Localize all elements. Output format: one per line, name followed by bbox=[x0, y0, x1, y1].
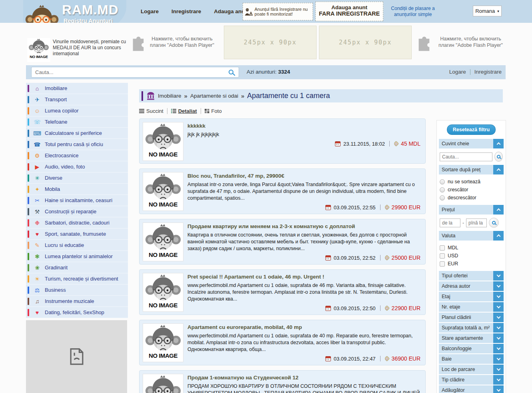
add-without-registration-button[interactable]: Adauga anunt FARA INREGISTRARE bbox=[315, 2, 383, 21]
chevron-down-icon[interactable] bbox=[493, 344, 504, 353]
sidebar-item-imobiliare[interactable]: ⌂ Imobiliare bbox=[26, 83, 128, 94]
flash-plugin-text-right[interactable]: Нажмите, чтобы включить плагин "Adobe Fl… bbox=[436, 36, 506, 48]
filter-section-stare-apartamente[interactable]: Stare apartamente bbox=[439, 333, 504, 343]
sidebar-item-dating-felicitari-sexshop[interactable]: ♥ Dating, felicitări, SexShop bbox=[26, 307, 128, 318]
checkbox-icon[interactable] bbox=[440, 261, 445, 267]
search-input[interactable] bbox=[31, 67, 239, 78]
listing-card[interactable]: NO IMAGE Продам 1-комнатную на Студенчес… bbox=[139, 370, 426, 393]
sidebar-item-mobila[interactable]: ✦ Mobila bbox=[26, 184, 128, 195]
register-link[interactable]: Inregistrare bbox=[474, 69, 502, 75]
promo-thumbnail[interactable]: NO IMAGE bbox=[27, 38, 50, 62]
currency-option-eur[interactable]: EUR bbox=[440, 260, 503, 268]
checkbox-icon[interactable] bbox=[440, 245, 445, 251]
radio-button-icon[interactable] bbox=[440, 179, 445, 184]
radio-button-icon[interactable] bbox=[440, 195, 445, 201]
sidebar-item-transport[interactable]: ✈ Transport bbox=[26, 94, 128, 105]
listing-card[interactable]: NO IMAGE Pret special !! Apartament cu 1… bbox=[139, 269, 426, 315]
language-selector[interactable]: Romana ▾ bbox=[473, 6, 502, 16]
filter-section-etaj[interactable]: Etaj bbox=[439, 292, 504, 301]
sidebar-item-calculatoare-si-periferice[interactable]: ⌨ Calculatoare si periferice bbox=[26, 128, 128, 139]
breadcrumb-link-apartamente[interactable]: Apartamente si odai bbox=[190, 93, 238, 99]
chevron-down-icon[interactable] bbox=[493, 313, 504, 322]
filter-section-sortare[interactable]: Sortare după preț bbox=[439, 165, 504, 174]
listing-title[interactable]: kkkkkk bbox=[187, 123, 421, 129]
promo-ad-text[interactable]: Vinurile moldovenești, premiate cu MEDAL… bbox=[53, 39, 129, 57]
sort-option-nu-se-sorteaza[interactable]: nu se sortează bbox=[440, 178, 503, 186]
plugin-puzzle-icon[interactable] bbox=[129, 36, 146, 52]
radio-button-icon[interactable] bbox=[440, 187, 445, 192]
currency-option-usd[interactable]: USD bbox=[440, 252, 503, 260]
filter-section-loc-de-parcare[interactable]: Loc de parcare bbox=[439, 365, 504, 374]
breadcrumb-link-imobiliare[interactable]: Imobiliare bbox=[158, 93, 181, 99]
sidebar-item-electrocasnice[interactable]: ⚙ Electrocasnice bbox=[26, 150, 128, 161]
filter-section-adresa-autor[interactable]: Adresa autor bbox=[439, 281, 504, 291]
sidebar-item-lucru-si-educatie[interactable]: ✎ Lucru si educatie bbox=[26, 240, 128, 251]
listing-title[interactable]: Продам 1-комнатную на Студенческой 12 bbox=[187, 375, 421, 381]
sidebar-item-sarbatori-distractie-cadouri[interactable]: ❉ Sarbatori, distractie, cadouri bbox=[26, 217, 128, 229]
sidebar-item-lumea-plantelor-si-animalelor[interactable]: ❃ Lumea plantelor si animalelor bbox=[26, 251, 128, 262]
chevron-down-icon[interactable] bbox=[493, 323, 504, 333]
filter-section-planul-cladirii[interactable]: Planul clădirii bbox=[439, 313, 504, 322]
filter-section-pretul[interactable]: Prețul bbox=[439, 205, 504, 215]
listing-thumbnail[interactable]: NO IMAGE bbox=[143, 122, 183, 161]
listing-title[interactable]: Pret special !! Apartament cu 1 odaie, 4… bbox=[187, 274, 421, 280]
reset-filter-button[interactable]: Resetează filtru bbox=[447, 124, 496, 135]
sidebar-item-telefoane[interactable]: ☏ Telefoane bbox=[26, 116, 128, 128]
listing-card[interactable]: NO IMAGE kkkkkk jkjk jk jkjkjkjkjk 23.11… bbox=[139, 118, 426, 164]
sidebar-item-business[interactable]: ⚖ Business bbox=[26, 285, 128, 296]
tab-foto[interactable]: Foto bbox=[205, 108, 222, 114]
filter-section-cuvint-cheie[interactable]: Cuvint cheie bbox=[439, 139, 504, 148]
chevron-down-icon[interactable] bbox=[493, 333, 504, 343]
listing-card[interactable]: NO IMAGE Bloc nou, Trandafirilor, 47 mp,… bbox=[139, 168, 426, 214]
flash-plugin-text-left[interactable]: Нажмите, чтобы включить плагин "Adobe Fl… bbox=[147, 36, 217, 48]
filter-section-tip-cladire[interactable]: Tip clădire bbox=[439, 375, 504, 385]
nav-logare[interactable]: Logare bbox=[141, 8, 159, 14]
filter-section-adaugator[interactable]: Adăugător bbox=[439, 385, 504, 393]
price-from-input[interactable] bbox=[440, 219, 460, 227]
keyword-filter-input[interactable] bbox=[440, 152, 492, 161]
currency-option-mdl[interactable]: MDL bbox=[440, 244, 503, 252]
sidebar-item-sport-sanatate-frumusete[interactable]: ♥ Sport, sanatate, frumusete bbox=[26, 229, 128, 240]
sort-option-crescator[interactable]: crescător bbox=[440, 186, 503, 194]
chevron-down-icon[interactable] bbox=[493, 271, 504, 281]
filter-section-tipul-ofertei[interactable]: Tipul ofertei bbox=[439, 271, 504, 281]
listing-card[interactable]: NO IMAGE Apartament cu euroreparatie, mo… bbox=[139, 320, 426, 365]
chevron-down-icon[interactable] bbox=[493, 385, 504, 393]
keyword-search-icon[interactable] bbox=[494, 152, 503, 162]
listing-thumbnail[interactable]: NO IMAGE bbox=[143, 223, 183, 261]
chevron-down-icon[interactable] bbox=[493, 292, 504, 301]
login-link[interactable]: Logare bbox=[449, 69, 466, 75]
sidebar-item-instrumente-muzicale[interactable]: ♫ Instrumente muzicale bbox=[26, 296, 128, 307]
listing-thumbnail[interactable]: NO IMAGE bbox=[143, 273, 183, 312]
sidebar-item-turism-recreatie-si-divertisment[interactable]: ☀ Turism, recreație și divertisment bbox=[26, 273, 128, 285]
sidebar-item-lumea-copiilor[interactable]: ☺ Lumea copiilor bbox=[26, 105, 128, 116]
chevron-down-icon[interactable] bbox=[493, 281, 504, 291]
search-icon[interactable] bbox=[226, 68, 236, 77]
listing-title[interactable]: Bloc nou, Trandafirilor, 47 mp, 29900€ bbox=[187, 173, 421, 179]
listing-thumbnail[interactable]: NO IMAGE bbox=[143, 323, 183, 362]
checkbox-icon[interactable] bbox=[440, 253, 445, 259]
chevron-up-icon[interactable] bbox=[493, 139, 504, 148]
listing-title[interactable]: Продаем квартиру или меняем на 2-3-х ком… bbox=[187, 223, 421, 229]
sidebar-item-diverse[interactable]: ✳ Diverse bbox=[26, 172, 128, 184]
conditions-link[interactable]: Condiții de plasare a anunțurilor simple bbox=[387, 6, 439, 17]
plugin-puzzle-icon[interactable] bbox=[415, 36, 432, 52]
nav-inregistrare[interactable]: Inregistrare bbox=[171, 8, 201, 14]
filter-section-baie[interactable]: Baie bbox=[439, 354, 504, 364]
price-search-icon[interactable] bbox=[489, 218, 499, 228]
filter-section-valuta[interactable]: Valuta bbox=[439, 231, 504, 241]
sidebar-item-haine-si-incaltaminte-ceasuri[interactable]: ✂ Haine si incaltaminte, ceasuri bbox=[26, 195, 128, 206]
price-to-input[interactable] bbox=[466, 219, 487, 227]
sidebar-item-audio-video-foto[interactable]: ▶ Audio, video, foto bbox=[26, 161, 128, 172]
chevron-up-icon[interactable] bbox=[493, 205, 504, 215]
chevron-up-icon[interactable] bbox=[493, 165, 504, 174]
tab-detaliat[interactable]: Detaliat bbox=[171, 108, 197, 114]
tab-succint[interactable]: Succint bbox=[139, 108, 163, 114]
chevron-down-icon[interactable] bbox=[493, 354, 504, 364]
chevron-down-icon[interactable] bbox=[493, 375, 504, 385]
listing-card[interactable]: NO IMAGE Продаем квартиру или меняем на … bbox=[139, 219, 426, 265]
sidebar-item-totul-pentru-casa-si-oficiu[interactable]: ☎ Totul pentru casă și oficiu bbox=[26, 139, 128, 150]
filter-section-balcon-loggie[interactable]: Balcon/loggie bbox=[439, 344, 504, 353]
chevron-up-icon[interactable] bbox=[493, 231, 504, 241]
listing-thumbnail[interactable]: NO IMAGE bbox=[143, 172, 183, 211]
